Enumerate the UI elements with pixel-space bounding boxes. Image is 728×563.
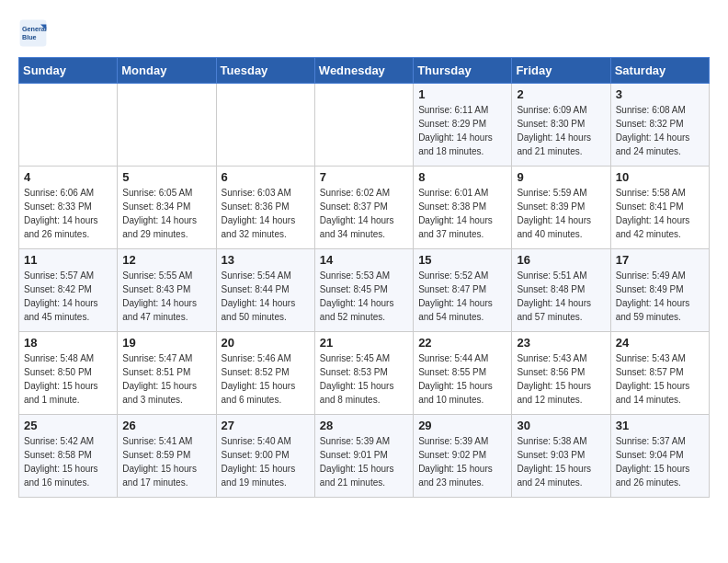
calendar-week-row: 18Sunrise: 5:48 AM Sunset: 8:50 PM Dayli… xyxy=(19,332,710,415)
calendar-cell: 28Sunrise: 5:39 AM Sunset: 9:01 PM Dayli… xyxy=(314,415,413,498)
weekday-header: Sunday xyxy=(19,58,118,84)
day-number: 4 xyxy=(24,170,112,184)
calendar-cell: 22Sunrise: 5:44 AM Sunset: 8:55 PM Dayli… xyxy=(414,332,512,415)
calendar-cell: 9Sunrise: 5:59 AM Sunset: 8:39 PM Daylig… xyxy=(512,167,610,249)
day-info: Sunrise: 5:53 AM Sunset: 8:45 PM Dayligh… xyxy=(320,269,408,324)
page-header: General Blue xyxy=(18,18,710,48)
day-number: 2 xyxy=(517,87,605,101)
day-number: 17 xyxy=(616,253,704,267)
day-number: 21 xyxy=(320,336,408,350)
weekday-header: Tuesday xyxy=(216,58,314,84)
day-info: Sunrise: 6:01 AM Sunset: 8:38 PM Dayligh… xyxy=(418,186,506,241)
calendar-cell: 29Sunrise: 5:39 AM Sunset: 9:02 PM Dayli… xyxy=(414,415,512,498)
day-number: 20 xyxy=(222,336,310,350)
day-info: Sunrise: 5:41 AM Sunset: 8:59 PM Dayligh… xyxy=(122,434,210,489)
day-number: 5 xyxy=(122,170,210,184)
weekday-header: Wednesday xyxy=(314,58,413,84)
day-info: Sunrise: 5:39 AM Sunset: 9:01 PM Dayligh… xyxy=(320,434,408,489)
calendar-cell: 21Sunrise: 5:45 AM Sunset: 8:53 PM Dayli… xyxy=(314,332,413,415)
calendar-cell: 8Sunrise: 6:01 AM Sunset: 8:38 PM Daylig… xyxy=(414,167,512,249)
calendar-cell: 15Sunrise: 5:52 AM Sunset: 8:47 PM Dayli… xyxy=(414,249,512,332)
day-number: 7 xyxy=(320,170,408,184)
calendar-cell: 4Sunrise: 6:06 AM Sunset: 8:33 PM Daylig… xyxy=(19,167,118,249)
calendar-cell: 25Sunrise: 5:42 AM Sunset: 8:58 PM Dayli… xyxy=(19,415,118,498)
calendar-cell: 18Sunrise: 5:48 AM Sunset: 8:50 PM Dayli… xyxy=(19,332,118,415)
day-number: 28 xyxy=(320,419,408,432)
day-info: Sunrise: 6:11 AM Sunset: 8:29 PM Dayligh… xyxy=(418,103,506,158)
calendar-cell: 20Sunrise: 5:46 AM Sunset: 8:52 PM Dayli… xyxy=(216,332,314,415)
day-number: 19 xyxy=(122,336,210,350)
day-info: Sunrise: 5:40 AM Sunset: 9:00 PM Dayligh… xyxy=(222,434,310,489)
day-info: Sunrise: 5:49 AM Sunset: 8:49 PM Dayligh… xyxy=(616,269,704,324)
logo: General Blue xyxy=(18,18,48,48)
day-number: 29 xyxy=(418,419,506,432)
svg-text:Blue: Blue xyxy=(22,33,37,41)
day-info: Sunrise: 6:08 AM Sunset: 8:32 PM Dayligh… xyxy=(616,103,704,158)
day-number: 22 xyxy=(418,336,506,350)
day-info: Sunrise: 5:37 AM Sunset: 9:04 PM Dayligh… xyxy=(616,434,704,489)
logo-icon: General Blue xyxy=(18,18,48,48)
day-info: Sunrise: 5:46 AM Sunset: 8:52 PM Dayligh… xyxy=(222,351,310,407)
weekday-header: Monday xyxy=(118,58,216,84)
day-number: 23 xyxy=(517,336,605,350)
day-number: 16 xyxy=(517,253,605,267)
day-info: Sunrise: 5:51 AM Sunset: 8:48 PM Dayligh… xyxy=(517,269,605,324)
calendar-cell: 2Sunrise: 6:09 AM Sunset: 8:30 PM Daylig… xyxy=(512,84,610,167)
day-number: 25 xyxy=(24,419,112,432)
day-info: Sunrise: 6:09 AM Sunset: 8:30 PM Dayligh… xyxy=(517,103,605,158)
day-number: 15 xyxy=(418,253,506,267)
day-number: 14 xyxy=(320,253,408,267)
day-number: 18 xyxy=(24,336,112,350)
day-info: Sunrise: 5:59 AM Sunset: 8:39 PM Dayligh… xyxy=(517,186,605,241)
day-info: Sunrise: 6:03 AM Sunset: 8:36 PM Dayligh… xyxy=(222,186,310,241)
day-info: Sunrise: 5:44 AM Sunset: 8:55 PM Dayligh… xyxy=(418,351,506,407)
day-info: Sunrise: 5:43 AM Sunset: 8:57 PM Dayligh… xyxy=(616,351,704,407)
day-info: Sunrise: 5:47 AM Sunset: 8:51 PM Dayligh… xyxy=(122,351,210,407)
calendar-cell: 6Sunrise: 6:03 AM Sunset: 8:36 PM Daylig… xyxy=(216,167,314,249)
day-info: Sunrise: 5:39 AM Sunset: 9:02 PM Dayligh… xyxy=(418,434,506,489)
calendar-cell: 23Sunrise: 5:43 AM Sunset: 8:56 PM Dayli… xyxy=(512,332,610,415)
calendar-cell xyxy=(216,84,314,167)
calendar-cell: 26Sunrise: 5:41 AM Sunset: 8:59 PM Dayli… xyxy=(118,415,216,498)
calendar-cell: 14Sunrise: 5:53 AM Sunset: 8:45 PM Dayli… xyxy=(314,249,413,332)
calendar-cell xyxy=(314,84,413,167)
calendar-week-row: 1Sunrise: 6:11 AM Sunset: 8:29 PM Daylig… xyxy=(19,84,710,167)
calendar-week-row: 25Sunrise: 5:42 AM Sunset: 8:58 PM Dayli… xyxy=(19,415,710,498)
calendar-cell: 13Sunrise: 5:54 AM Sunset: 8:44 PM Dayli… xyxy=(216,249,314,332)
calendar-cell xyxy=(19,84,118,167)
weekday-header-row: SundayMondayTuesdayWednesdayThursdayFrid… xyxy=(19,58,710,84)
day-info: Sunrise: 5:58 AM Sunset: 8:41 PM Dayligh… xyxy=(616,186,704,241)
calendar-cell: 5Sunrise: 6:05 AM Sunset: 8:34 PM Daylig… xyxy=(118,167,216,249)
day-number: 9 xyxy=(517,170,605,184)
calendar-cell: 24Sunrise: 5:43 AM Sunset: 8:57 PM Dayli… xyxy=(610,332,709,415)
calendar-cell: 10Sunrise: 5:58 AM Sunset: 8:41 PM Dayli… xyxy=(610,167,709,249)
day-info: Sunrise: 5:38 AM Sunset: 9:03 PM Dayligh… xyxy=(517,434,605,489)
day-number: 30 xyxy=(517,419,605,432)
calendar-cell: 17Sunrise: 5:49 AM Sunset: 8:49 PM Dayli… xyxy=(610,249,709,332)
day-number: 10 xyxy=(616,170,704,184)
calendar-cell: 19Sunrise: 5:47 AM Sunset: 8:51 PM Dayli… xyxy=(118,332,216,415)
day-number: 26 xyxy=(122,419,210,432)
day-number: 24 xyxy=(616,336,704,350)
weekday-header: Saturday xyxy=(610,58,709,84)
day-number: 31 xyxy=(616,419,704,432)
calendar-cell: 31Sunrise: 5:37 AM Sunset: 9:04 PM Dayli… xyxy=(610,415,709,498)
day-info: Sunrise: 5:48 AM Sunset: 8:50 PM Dayligh… xyxy=(24,351,112,407)
day-info: Sunrise: 5:57 AM Sunset: 8:42 PM Dayligh… xyxy=(24,269,112,324)
calendar-week-row: 4Sunrise: 6:06 AM Sunset: 8:33 PM Daylig… xyxy=(19,167,710,249)
calendar-cell xyxy=(118,84,216,167)
day-info: Sunrise: 5:45 AM Sunset: 8:53 PM Dayligh… xyxy=(320,351,408,407)
day-info: Sunrise: 5:43 AM Sunset: 8:56 PM Dayligh… xyxy=(517,351,605,407)
day-info: Sunrise: 5:55 AM Sunset: 8:43 PM Dayligh… xyxy=(122,269,210,324)
calendar-cell: 3Sunrise: 6:08 AM Sunset: 8:32 PM Daylig… xyxy=(610,84,709,167)
day-info: Sunrise: 5:54 AM Sunset: 8:44 PM Dayligh… xyxy=(222,269,310,324)
day-info: Sunrise: 5:42 AM Sunset: 8:58 PM Dayligh… xyxy=(24,434,112,489)
day-number: 27 xyxy=(222,419,310,432)
day-info: Sunrise: 5:52 AM Sunset: 8:47 PM Dayligh… xyxy=(418,269,506,324)
calendar-cell: 30Sunrise: 5:38 AM Sunset: 9:03 PM Dayli… xyxy=(512,415,610,498)
calendar-cell: 27Sunrise: 5:40 AM Sunset: 9:00 PM Dayli… xyxy=(216,415,314,498)
day-number: 6 xyxy=(222,170,310,184)
weekday-header: Thursday xyxy=(414,58,512,84)
day-number: 12 xyxy=(122,253,210,267)
calendar-week-row: 11Sunrise: 5:57 AM Sunset: 8:42 PM Dayli… xyxy=(19,249,710,332)
